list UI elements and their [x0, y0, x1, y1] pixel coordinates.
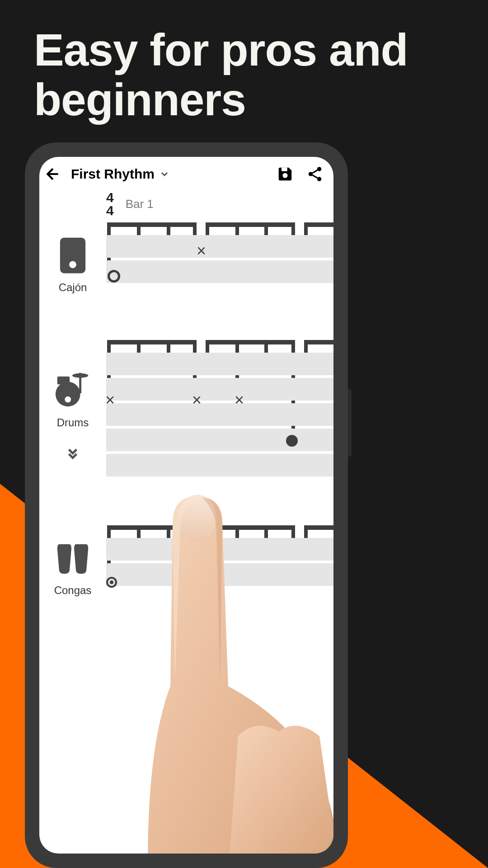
save-icon[interactable]: [277, 165, 294, 183]
headline: Easy for pros and beginners: [0, 0, 488, 124]
back-icon[interactable]: [44, 165, 62, 183]
cajon-notation[interactable]: ×: [106, 235, 333, 294]
chevron-down-icon: [159, 169, 170, 179]
svg-point-6: [69, 261, 76, 268]
phone-mockup: First Rhythm: [25, 142, 348, 868]
app-screen: First Rhythm: [39, 157, 333, 854]
svg-point-2: [317, 167, 322, 171]
drums-row: Drums: [39, 353, 333, 479]
rhythm-title: First Rhythm: [71, 166, 155, 182]
share-icon[interactable]: [306, 165, 324, 183]
drums-label: Drums: [57, 416, 89, 429]
note[interactable]: ×: [105, 393, 119, 407]
cajon-icon: [57, 235, 89, 276]
rhythm-title-dropdown[interactable]: First Rhythm: [71, 166, 267, 182]
drums-notation[interactable]: × × ×: [106, 353, 333, 479]
drums-track-button[interactable]: Drums: [39, 353, 106, 479]
topbar: First Rhythm: [39, 157, 333, 191]
time-signature[interactable]: 4 4: [106, 191, 114, 217]
note[interactable]: ×: [192, 393, 206, 407]
note[interactable]: ×: [197, 244, 210, 258]
note[interactable]: [108, 270, 120, 283]
note[interactable]: ×: [235, 393, 248, 407]
svg-point-11: [65, 396, 71, 403]
congas-notation[interactable]: [106, 538, 333, 597]
svg-point-10: [56, 382, 80, 406]
note[interactable]: [106, 577, 117, 588]
svg-point-4: [317, 177, 322, 181]
phone-side-button: [348, 389, 352, 457]
svg-point-3: [309, 172, 313, 176]
cajon-track-button[interactable]: Cajón: [39, 235, 106, 294]
cajon-label: Cajón: [59, 281, 87, 294]
expand-down-icon[interactable]: [64, 443, 82, 462]
congas-label: Congas: [54, 584, 92, 597]
congas-track-button[interactable]: Congas: [39, 538, 106, 597]
svg-point-9: [72, 373, 88, 378]
note[interactable]: [286, 435, 298, 447]
congas-icon: [53, 538, 93, 579]
drums-icon: [53, 370, 93, 411]
svg-point-0: [282, 173, 287, 178]
congas-row: Congas: [39, 538, 333, 597]
bar-label: Bar 1: [126, 197, 154, 211]
time-signature-row: 4 4 Bar 1: [106, 191, 333, 217]
notation-content: 4 4 Bar 1 Cajón: [39, 191, 333, 597]
cajon-row: Cajón: [39, 235, 333, 294]
svg-rect-1: [282, 168, 287, 171]
